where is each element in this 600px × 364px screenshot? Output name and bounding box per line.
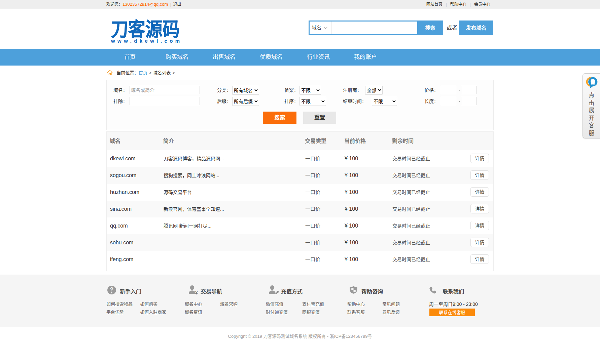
svg-text:?: ? — [110, 286, 113, 293]
svg-text:¥: ¥ — [195, 290, 198, 295]
